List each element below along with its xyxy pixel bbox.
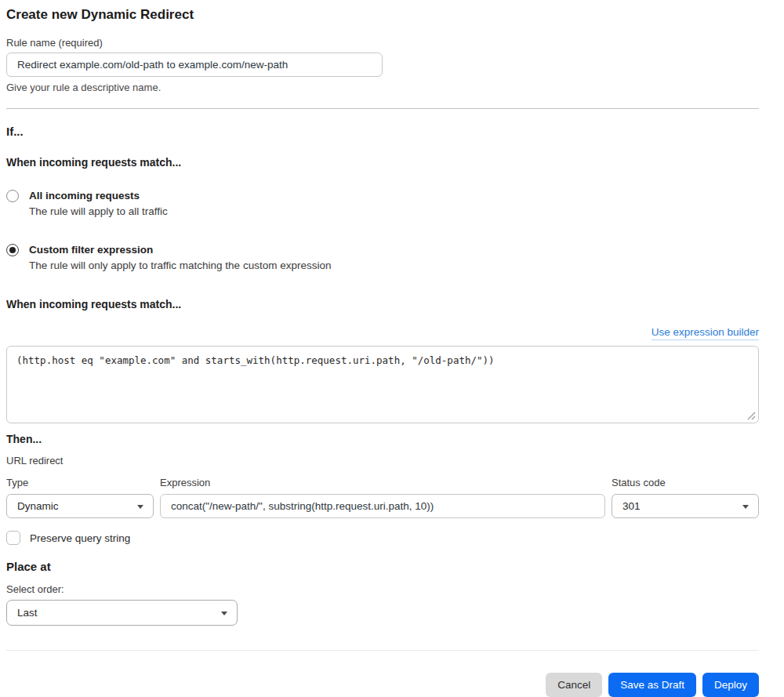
preserve-query-checkbox[interactable]: [6, 531, 20, 545]
rule-name-help: Give your rule a descriptive name.: [6, 82, 759, 94]
radio-option-label: Custom filter expression: [29, 243, 331, 256]
expression-label: Expression: [160, 477, 605, 489]
order-select[interactable]: Last: [6, 600, 238, 626]
chevron-down-icon: [742, 505, 749, 509]
radio-icon[interactable]: [6, 244, 19, 256]
type-select[interactable]: Dynamic: [6, 494, 154, 518]
radio-icon[interactable]: [6, 190, 19, 202]
filter-expression-textarea[interactable]: (http.host eq "example.com" and starts_w…: [6, 346, 759, 423]
order-select-value: Last: [17, 607, 38, 619]
radio-option-all-incoming[interactable]: All incoming requests The rule will appl…: [6, 189, 759, 218]
radio-option-description: The rule will apply to all traffic: [29, 205, 168, 218]
chevron-down-icon: [221, 612, 227, 615]
create-redirect-form: Create new Dynamic Redirect Rule name (r…: [6, 6, 759, 697]
radio-option-custom-filter[interactable]: Custom filter expression The rule will o…: [6, 243, 759, 272]
cancel-button[interactable]: Cancel: [546, 673, 602, 697]
expression-match-heading: When incoming requests match...: [6, 297, 759, 311]
preserve-query-row[interactable]: Preserve query string: [6, 531, 759, 545]
select-order-label: Select order:: [6, 583, 759, 596]
rule-name-label: Rule name (required): [6, 37, 759, 49]
footer-divider: [6, 650, 759, 651]
expression-input[interactable]: [160, 494, 605, 518]
status-code-select[interactable]: 301: [612, 494, 759, 518]
section-divider: [6, 108, 759, 109]
url-redirect-label: URL redirect: [6, 455, 759, 467]
chevron-down-icon: [137, 505, 143, 509]
type-label: Type: [6, 477, 154, 489]
save-as-draft-button[interactable]: Save as Draft: [608, 673, 696, 697]
then-heading: Then...: [6, 432, 759, 446]
resize-handle-icon[interactable]: [747, 412, 756, 420]
page-title: Create new Dynamic Redirect: [6, 6, 759, 23]
status-code-label: Status code: [612, 477, 759, 489]
use-expression-builder-link[interactable]: Use expression builder: [652, 325, 759, 340]
rule-name-input[interactable]: [6, 53, 383, 77]
if-heading: If...: [6, 124, 759, 139]
incoming-match-heading: When incoming requests match...: [6, 155, 759, 169]
radio-option-description: The rule will only apply to traffic matc…: [29, 259, 331, 272]
radio-option-label: All incoming requests: [29, 189, 168, 202]
deploy-button[interactable]: Deploy: [702, 673, 759, 697]
preserve-query-label: Preserve query string: [30, 532, 130, 544]
type-select-value: Dynamic: [17, 500, 59, 512]
place-at-heading: Place at: [6, 559, 759, 574]
status-code-value: 301: [622, 500, 641, 512]
